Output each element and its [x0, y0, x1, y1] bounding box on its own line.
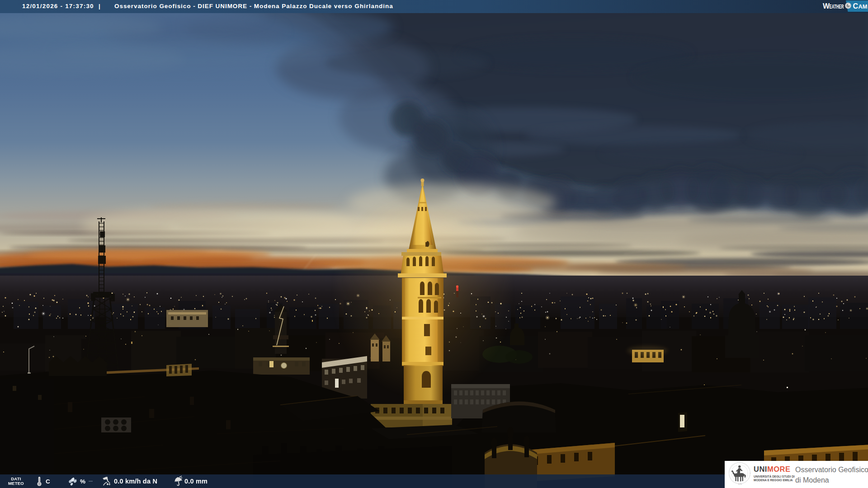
- svg-text:AM: AM: [859, 4, 868, 10]
- svg-text:C: C: [853, 2, 859, 10]
- svg-text:EATHER: EATHER: [830, 4, 844, 10]
- svg-text:1175: 1175: [738, 483, 742, 485]
